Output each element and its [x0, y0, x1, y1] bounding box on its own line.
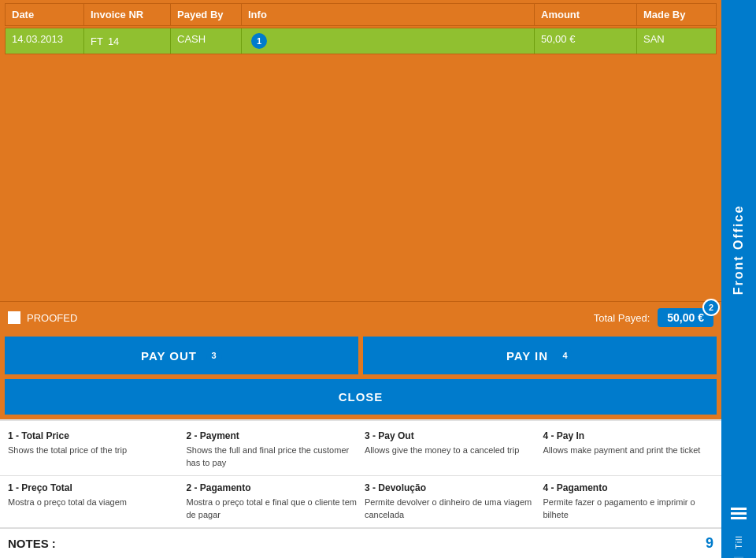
table-area: Date Invoice NR Payed By Info Amount Mad…	[0, 0, 721, 58]
invoice-num: 14	[108, 35, 119, 47]
pt-block-4: 4 - Pagamento Permite fazer o pagamento …	[543, 482, 714, 521]
sidebar-title: Front Office	[732, 0, 746, 500]
menu-lines-icon[interactable]	[731, 500, 747, 527]
pay-out-button[interactable]: PAY OUT 3	[5, 337, 358, 374]
proofed-left: PROOFED	[8, 311, 77, 324]
info-title-2: 2 - Payment	[187, 430, 358, 441]
info-desc-4: Allows make payment and print the ticket	[543, 445, 714, 456]
pt-desc-3: Permite devolver o dinheiro de uma viage…	[365, 497, 536, 521]
pt-block-1: 1 - Preço Total Mostra o preço total da …	[8, 482, 179, 521]
cell-payed-by: CASH	[171, 28, 242, 54]
pay-in-button[interactable]: PAY IN 4	[363, 337, 717, 374]
pay-out-label: PAY OUT	[141, 349, 197, 363]
info-title-3: 3 - Pay Out	[365, 430, 536, 441]
proofed-label: PROOFED	[27, 312, 77, 324]
total-payed-badge: 2	[702, 299, 720, 316]
info-section-pt: 1 - Preço Total Mostra o preço total da …	[0, 475, 721, 527]
cell-date: 14.03.2013	[6, 28, 84, 54]
info-block-4: 4 - Pay In Allows make payment and print…	[543, 430, 714, 469]
pay-out-badge: 3	[206, 348, 222, 363]
info-block-1: 1 - Total Price Shows the total price of…	[8, 430, 179, 469]
pay-in-badge: 4	[558, 348, 573, 363]
info-desc-1: Shows the total price of the trip	[8, 445, 179, 456]
orange-spacer	[0, 58, 721, 301]
info-section-en: 1 - Total Price Shows the total price of…	[0, 419, 721, 475]
cell-info: 1	[242, 28, 535, 54]
right-sidebar: Front Office Till	[721, 0, 756, 558]
info-desc-2: Shows the full and final price the custo…	[187, 445, 358, 469]
pt-block-2: 2 - Pagamento Mostra o preço total e fin…	[187, 482, 358, 521]
info-badge: 1	[251, 33, 267, 49]
col-date: Date	[6, 4, 84, 25]
button-row-close: CLOSE	[0, 379, 721, 419]
total-payed-area: Total Payed: 2 50,00 €	[594, 308, 713, 327]
cell-amount: 50,00 €	[535, 28, 637, 54]
sidebar-till-label: Till	[734, 527, 743, 558]
total-payed-box: 2 50,00 €	[658, 308, 713, 327]
pt-block-3: 3 - Devolução Permite devolver o dinheir…	[365, 482, 536, 521]
notes-bar: NOTES : 9	[0, 527, 721, 558]
proofed-checkbox[interactable]	[8, 311, 20, 324]
table-row: 14.03.2013 FT 14 CASH 1 50,00 € SAN	[5, 28, 717, 54]
close-label: CLOSE	[339, 390, 384, 404]
pt-title-1: 1 - Preço Total	[8, 482, 179, 493]
pay-in-label: PAY IN	[506, 349, 548, 363]
info-title-4: 4 - Pay In	[543, 430, 714, 441]
pt-title-3: 3 - Devolução	[365, 482, 536, 493]
pt-desc-4: Permite fazer o pagamento e imprimir o b…	[543, 497, 714, 521]
main-content: Date Invoice NR Payed By Info Amount Mad…	[0, 0, 721, 558]
info-desc-3: Allows give the money to a canceled trip	[365, 445, 536, 456]
pt-title-2: 2 - Pagamento	[187, 482, 358, 493]
pt-title-4: 4 - Pagamento	[543, 482, 714, 493]
total-payed-label: Total Payed:	[594, 312, 650, 324]
pt-desc-1: Mostra o preço total da viagem	[8, 497, 179, 508]
notes-page-number: 9	[706, 535, 713, 552]
proofed-row: PROOFED Total Payed: 2 50,00 €	[0, 301, 721, 333]
button-row-pay: PAY OUT 3 PAY IN 4	[0, 333, 721, 379]
cell-made-by: SAN	[637, 28, 716, 54]
col-info: Info	[242, 4, 535, 25]
col-made-by: Made By	[637, 4, 716, 25]
pt-desc-2: Mostra o preço total e final que o clien…	[187, 497, 358, 521]
table-header: Date Invoice NR Payed By Info Amount Mad…	[5, 3, 717, 26]
col-amount: Amount	[535, 4, 637, 25]
col-invoice: Invoice NR	[84, 4, 171, 25]
cell-invoice: FT 14	[84, 28, 171, 54]
total-payed-value: 50,00 €	[667, 311, 704, 324]
info-block-2: 2 - Payment Shows the full and final pri…	[187, 430, 358, 469]
close-button[interactable]: CLOSE	[5, 379, 717, 415]
col-payed-by: Payed By	[171, 4, 242, 25]
notes-label: NOTES :	[8, 537, 56, 550]
info-title-1: 1 - Total Price	[8, 430, 179, 441]
info-block-3: 3 - Pay Out Allows give the money to a c…	[365, 430, 536, 469]
invoice-ft: FT	[91, 35, 103, 47]
